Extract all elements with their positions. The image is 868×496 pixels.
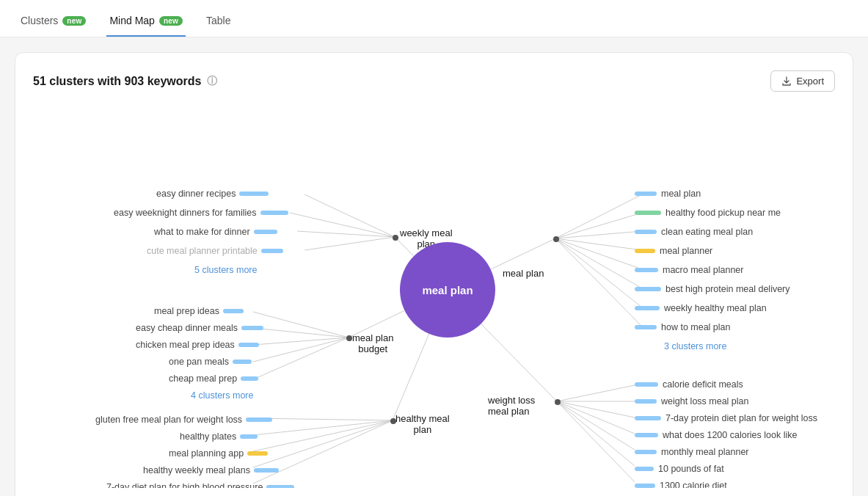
cluster-label-meal-plan-right: meal plan [503, 268, 544, 279]
export-label: Export [796, 76, 824, 87]
main-content: 51 clusters with 903 keywords ⓘ Export [0, 37, 868, 496]
app-container: Clusters new Mind Map new Table 51 clust… [0, 0, 868, 496]
svg-line-13 [253, 338, 349, 379]
dot-meal-plan-right [553, 236, 559, 242]
svg-line-26 [555, 238, 642, 327]
card-title: 51 clusters with 903 keywords ⓘ [33, 75, 217, 88]
svg-line-7 [297, 231, 395, 237]
tab-clusters-label: Clusters [21, 15, 58, 26]
center-node: meal plan [400, 242, 495, 338]
center-node-label: meal plan [422, 284, 473, 296]
bar-meal-prep-ideas [223, 309, 244, 313]
kw-best-high-protein: best high protein meal delivery [635, 284, 790, 294]
kw-calorie-deficit: calorie deficit meals [635, 379, 743, 390]
svg-line-10 [253, 328, 349, 338]
tab-table[interactable]: Table [203, 9, 233, 37]
svg-line-15 [253, 420, 393, 435]
kw-what-to-make: what to make for dinner [154, 227, 277, 237]
svg-line-30 [557, 401, 635, 434]
kw-weight-loss-meal-plan: weight loss meal plan [635, 396, 749, 406]
svg-line-21 [555, 231, 642, 238]
kw-healthy-weekly: healthy weekly meal plans [143, 465, 279, 475]
svg-line-29 [557, 401, 635, 417]
cluster-label-healthy-meal-plan: healthy mealplan [395, 413, 450, 435]
kw-chicken-meal-prep: chicken meal prep ideas [136, 340, 259, 350]
cluster-label-weight-loss-meal-plan: weight lossmeal plan [488, 395, 535, 417]
kw-4-clusters-more[interactable]: 4 clusters more [191, 390, 253, 401]
kw-10-pounds-fat: 10 pounds of fat [635, 464, 724, 474]
svg-line-27 [557, 385, 635, 401]
bar-easy-weeknight [260, 211, 288, 215]
svg-line-32 [557, 401, 635, 466]
kw-monthly-meal-planner: monthly meal planner [635, 447, 749, 457]
tab-clusters[interactable]: Clusters new [18, 9, 89, 37]
kw-gluten-free: gluten free meal plan for weight loss [95, 415, 272, 425]
kw-7day-protein: 7-day protein diet plan for weight loss [635, 413, 817, 423]
kw-cheap-meal-prep: cheap meal prep [169, 373, 258, 384]
kw-easy-weeknight: easy weeknight dinners for families [114, 208, 288, 218]
svg-line-20 [555, 213, 642, 238]
clusters-badge: new [62, 16, 86, 26]
bar-easy-dinner-recipes [239, 192, 269, 196]
bar-healthy-weekly [254, 468, 279, 473]
top-nav: Clusters new Mind Map new Table [0, 0, 868, 37]
kw-one-pan: one pan meals [169, 357, 252, 367]
info-icon[interactable]: ⓘ [207, 75, 217, 88]
bar-easy-cheap [241, 326, 263, 330]
tab-mindmap[interactable]: Mind Map new [106, 9, 186, 37]
tab-mindmap-label: Mind Map [109, 15, 154, 26]
kw-weekly-healthy-meal-plan: weekly healthy meal plan [635, 303, 767, 313]
svg-line-9 [253, 312, 349, 338]
svg-line-11 [253, 338, 349, 345]
kw-macro-meal-planner: macro meal planner [635, 265, 743, 275]
svg-line-31 [557, 401, 635, 450]
svg-line-17 [253, 420, 393, 467]
kw-meal-planning-app: meal planning app [169, 448, 268, 459]
kw-healthy-food-pickup: healthy food pickup near me [635, 208, 781, 218]
export-button[interactable]: Export [770, 70, 835, 92]
kw-healthy-plates: healthy plates [180, 431, 258, 442]
card-header: 51 clusters with 903 keywords ⓘ Export [33, 70, 835, 92]
dot-weekly-meal-plan [393, 235, 398, 241]
dot-weight-loss-meal-plan [555, 399, 561, 405]
tab-table-label: Table [206, 15, 230, 26]
svg-line-6 [290, 213, 395, 237]
kw-3-clusters-more[interactable]: 3 clusters more [664, 341, 726, 351]
svg-line-23 [555, 238, 642, 269]
svg-line-16 [253, 420, 393, 451]
kw-meal-planner: meal planner [635, 246, 712, 256]
bar-one-pan [233, 360, 252, 364]
kw-clean-eating: clean eating meal plan [635, 227, 753, 237]
kw-cute-meal-planner: cute meal planner printable [147, 246, 283, 256]
kw-5-clusters-more[interactable]: 5 clusters more [194, 265, 257, 275]
svg-line-33 [557, 401, 635, 482]
bar-what-to-make [254, 230, 277, 234]
svg-line-22 [555, 238, 642, 250]
bar-meal-planning-app [247, 451, 268, 456]
cluster-label-meal-plan-budget: meal planbudget [352, 332, 393, 354]
svg-line-25 [555, 238, 642, 307]
mindmap-badge: new [159, 16, 183, 26]
main-card: 51 clusters with 903 keywords ⓘ Export [15, 52, 853, 496]
kw-easy-dinner-recipes: easy dinner recipes [156, 189, 269, 199]
bar-healthy-plates [240, 434, 258, 439]
kw-easy-cheap: easy cheap dinner meals [136, 323, 263, 333]
bar-7day-blood-pressure [266, 485, 294, 488]
svg-line-14 [253, 418, 393, 420]
bar-gluten-free [246, 417, 272, 422]
svg-line-24 [555, 238, 642, 288]
svg-line-5 [304, 194, 395, 237]
dot-healthy-meal-plan [390, 418, 396, 424]
kw-meal-prep-ideas: meal prep ideas [154, 306, 244, 316]
kw-meal-plan-r1: meal plan [635, 189, 701, 199]
dot-meal-plan-budget [346, 335, 352, 341]
kw-how-to-meal-plan: how to meal plan [635, 322, 731, 332]
kw-1300-calorie-diet: 1300 calorie diet [635, 481, 727, 488]
svg-line-12 [253, 338, 349, 362]
mindmap-container: meal plan weekly mealplan meal planbudge… [33, 106, 835, 488]
card-title-text: 51 clusters with 903 keywords [33, 75, 201, 88]
bar-cute-meal-planner [261, 249, 283, 253]
kw-7day-blood-pressure: 7-day diet plan for high blood pressure [106, 482, 294, 488]
svg-line-19 [555, 194, 642, 238]
kw-1200-calories: what does 1200 calories look like [635, 430, 797, 440]
